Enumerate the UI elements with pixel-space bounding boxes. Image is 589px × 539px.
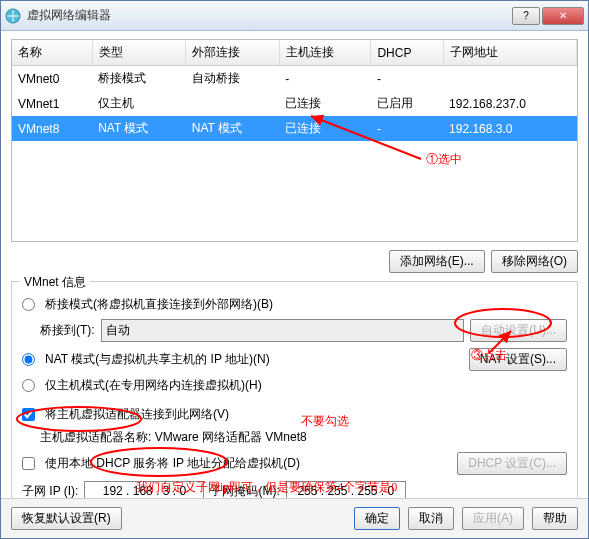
hostonly-mode-row: 仅主机模式(在专用网络内连接虚拟机)(H): [22, 377, 567, 394]
bridge-to-row: 桥接到(T): 自动 自动设置(U)...: [40, 319, 567, 342]
col-type[interactable]: 类型: [92, 40, 186, 66]
cell: 桥接模式: [92, 66, 186, 92]
cell: [443, 66, 576, 92]
col-host[interactable]: 主机连接: [279, 40, 371, 66]
auto-settings-button: 自动设置(U)...: [470, 319, 567, 342]
dhcp-checkbox[interactable]: [22, 457, 35, 470]
table-row[interactable]: VMnet1 仅主机 已连接 已启用 192.168.237.0: [12, 91, 577, 116]
table-empty-area: [12, 141, 577, 241]
virtual-network-editor-window: 虚拟网络编辑器 ? ✕ 名称 类型 外部连接 主机连接 DHCP 子网地址: [0, 0, 589, 539]
subnet-ip-label: 子网 IP (I):: [22, 483, 78, 500]
help-button[interactable]: ?: [512, 7, 540, 25]
window-title: 虚拟网络编辑器: [27, 7, 512, 24]
group-legend: VMnet 信息: [20, 274, 90, 291]
host-adapter-checkbox[interactable]: [22, 408, 35, 421]
help-dialog-button[interactable]: 帮助: [532, 507, 578, 530]
add-network-button[interactable]: 添加网络(E)...: [389, 250, 485, 273]
app-icon: [5, 8, 21, 24]
network-buttons-row: 添加网络(E)... 移除网络(O): [11, 250, 578, 273]
bridge-to-label: 桥接到(T):: [40, 322, 95, 339]
nat-radio-label: NAT 模式(与虚拟机共享主机的 IP 地址)(N): [45, 351, 270, 368]
titlebar: 虚拟网络编辑器 ? ✕: [1, 1, 588, 31]
col-ext[interactable]: 外部连接: [186, 40, 280, 66]
bridge-radio[interactable]: [22, 298, 35, 311]
vmnet-info-group: VMnet 信息 桥接模式(将虚拟机直接连接到外部网络)(B) 桥接到(T): …: [11, 281, 578, 518]
nat-mode-row: NAT 模式(与虚拟机共享主机的 IP 地址)(N) NAT 设置(S)...: [22, 348, 567, 371]
content-area: 名称 类型 外部连接 主机连接 DHCP 子网地址 VMnet0 桥接模式 自动…: [1, 31, 588, 526]
table-row-selected[interactable]: VMnet8 NAT 模式 NAT 模式 已连接 - 192.168.3.0: [12, 116, 577, 141]
dhcp-label: 使用本地 DHCP 服务将 IP 地址分配给虚拟机(D): [45, 455, 300, 472]
col-dhcp[interactable]: DHCP: [371, 40, 443, 66]
cell: VMnet8: [12, 116, 92, 141]
restore-defaults-button[interactable]: 恢复默认设置(R): [11, 507, 122, 530]
cell: 已启用: [371, 91, 443, 116]
network-table: 名称 类型 外部连接 主机连接 DHCP 子网地址 VMnet0 桥接模式 自动…: [11, 39, 578, 242]
window-controls: ? ✕: [512, 7, 584, 25]
cell: 仅主机: [92, 91, 186, 116]
host-adapter-name: 主机虚拟适配器名称: VMware 网络适配器 VMnet8: [40, 429, 567, 446]
table-header-row: 名称 类型 外部连接 主机连接 DHCP 子网地址: [12, 40, 577, 66]
cell: VMnet0: [12, 66, 92, 92]
nat-settings-button[interactable]: NAT 设置(S)...: [469, 348, 567, 371]
cell: -: [371, 116, 443, 141]
cell: VMnet1: [12, 91, 92, 116]
hostonly-radio-label: 仅主机模式(在专用网络内连接虚拟机)(H): [45, 377, 262, 394]
dhcp-settings-button: DHCP 设置(C)...: [457, 452, 567, 475]
cell: -: [371, 66, 443, 92]
cell: NAT 模式: [92, 116, 186, 141]
nat-radio[interactable]: [22, 353, 35, 366]
host-adapter-label: 将主机虚拟适配器连接到此网络(V): [45, 406, 229, 423]
cell: 192.168.237.0: [443, 91, 576, 116]
dhcp-row: 使用本地 DHCP 服务将 IP 地址分配给虚拟机(D) DHCP 设置(C).…: [22, 452, 567, 475]
cell: 192.168.3.0: [443, 116, 576, 141]
hostonly-radio[interactable]: [22, 379, 35, 392]
cell: 已连接: [279, 116, 371, 141]
bridge-to-select[interactable]: 自动: [101, 319, 465, 342]
col-name[interactable]: 名称: [12, 40, 92, 66]
ok-button[interactable]: 确定: [354, 507, 400, 530]
bridge-radio-label: 桥接模式(将虚拟机直接连接到外部网络)(B): [45, 296, 273, 313]
cell: 已连接: [279, 91, 371, 116]
remove-network-button[interactable]: 移除网络(O): [491, 250, 578, 273]
dialog-buttons: 恢复默认设置(R) 确定 取消 应用(A) 帮助: [1, 498, 588, 538]
subnet-mask-label: 子网掩码(M):: [210, 483, 279, 500]
col-subnet[interactable]: 子网地址: [443, 40, 576, 66]
table-row[interactable]: VMnet0 桥接模式 自动桥接 - -: [12, 66, 577, 92]
cell: [186, 91, 280, 116]
cancel-button[interactable]: 取消: [408, 507, 454, 530]
host-adapter-row: 将主机虚拟适配器连接到此网络(V): [22, 406, 567, 423]
apply-button: 应用(A): [462, 507, 524, 530]
close-button[interactable]: ✕: [542, 7, 584, 25]
cell: NAT 模式: [186, 116, 280, 141]
cell: 自动桥接: [186, 66, 280, 92]
cell: -: [279, 66, 371, 92]
bridge-mode-row: 桥接模式(将虚拟机直接连接到外部网络)(B): [22, 296, 567, 313]
